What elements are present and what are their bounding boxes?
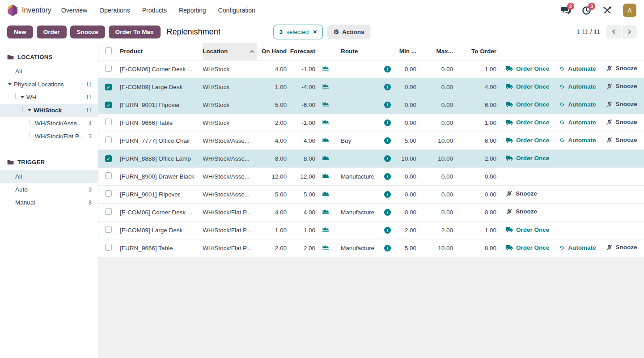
snooze-button[interactable]: Snooze <box>606 101 637 107</box>
nav-item-operations[interactable]: Operations <box>99 7 130 14</box>
product-name[interactable]: [FURN_9001] Flipover <box>120 102 180 108</box>
product-name[interactable]: [FURN_9666] Table <box>120 119 173 126</box>
order-once-button[interactable]: Order Once <box>506 119 549 126</box>
automate-button[interactable]: Automate <box>559 137 596 144</box>
snooze-button[interactable]: Snooze <box>606 244 637 251</box>
new-button[interactable]: New <box>7 26 33 38</box>
row-checkbox[interactable] <box>105 65 112 72</box>
order-once-button[interactable]: Order Once <box>506 155 549 162</box>
app-brand[interactable]: Inventory <box>7 4 51 16</box>
info-icon[interactable]: i <box>384 155 391 162</box>
forecast-chart-icon[interactable] <box>322 119 329 125</box>
order-button[interactable]: Order <box>37 26 67 38</box>
forecast-chart-icon[interactable] <box>322 155 329 161</box>
sidebar-item-all[interactable]: All <box>0 65 98 78</box>
product-name[interactable]: [FURN_8888] Office Lamp <box>120 155 191 162</box>
row-checkbox[interactable]: ✓ <box>105 155 112 162</box>
sidebar-item-wh-stock-flat-p-[interactable]: WH/Stock/Flat P...3 <box>0 130 98 143</box>
row-checkbox[interactable] <box>105 244 112 251</box>
sidebar-item-wh-stock[interactable]: WH/Stock11 <box>0 104 98 117</box>
order-once-button[interactable]: Order Once <box>506 226 549 233</box>
info-icon[interactable]: i <box>384 137 391 144</box>
forecast-chart-icon[interactable] <box>322 209 329 214</box>
nav-item-overview[interactable]: Overview <box>61 7 87 14</box>
nav-item-products[interactable]: Products <box>142 7 167 14</box>
sidebar-item-all[interactable]: All <box>0 170 98 183</box>
sidebar-item-manual[interactable]: Manual8 <box>0 196 98 209</box>
order-once-button[interactable]: Order Once <box>506 65 549 72</box>
snooze-button[interactable]: Snooze <box>606 65 637 72</box>
automate-button[interactable]: Automate <box>559 119 596 126</box>
automate-button[interactable]: Automate <box>559 101 596 108</box>
activities-clock-icon[interactable]: 3 <box>581 5 592 15</box>
col-header-forecast[interactable]: Forecast <box>288 43 317 60</box>
forecast-chart-icon[interactable] <box>322 137 329 143</box>
product-name[interactable]: [FURN_7777] Office Chair <box>120 137 190 144</box>
snooze-button[interactable]: Snooze <box>606 119 637 125</box>
row-checkbox[interactable] <box>105 226 112 233</box>
product-name[interactable]: [FURN_9001] Flipover <box>120 191 180 198</box>
col-header-to-order[interactable]: To Order <box>454 43 498 60</box>
nav-item-configuration[interactable]: Configuration <box>218 7 255 14</box>
sidebar-item-wh-stock-asse-[interactable]: WH/Stock/Asse...4 <box>0 117 98 130</box>
info-icon[interactable]: i <box>384 209 391 216</box>
pager-next-button[interactable] <box>622 25 637 38</box>
info-icon[interactable]: i <box>384 245 391 251</box>
clear-selection-icon[interactable]: × <box>313 28 317 35</box>
product-name[interactable]: [E-COM06] Corner Desk ... <box>120 66 192 72</box>
user-avatar[interactable]: A <box>623 4 636 17</box>
snooze-button[interactable]: Snooze <box>606 83 637 90</box>
info-icon[interactable]: i <box>384 102 391 108</box>
sidebar-item-physical-locations[interactable]: Physical Locations11 <box>0 78 98 91</box>
row-checkbox[interactable] <box>105 190 112 197</box>
info-icon[interactable]: i <box>384 173 391 180</box>
col-header-location[interactable]: Location <box>203 43 257 60</box>
order-once-button[interactable]: Order Once <box>506 83 549 90</box>
product-name[interactable]: [E-COM06] Corner Desk ... <box>120 209 192 216</box>
row-checkbox[interactable] <box>105 136 112 143</box>
sidebar-item-wh[interactable]: WH11 <box>0 91 98 104</box>
info-icon[interactable]: i <box>384 84 391 90</box>
col-header-min[interactable]: Min ... <box>396 43 418 60</box>
order-once-button[interactable]: Order Once <box>506 137 549 144</box>
info-icon[interactable]: i <box>384 119 391 126</box>
row-checkbox[interactable] <box>105 172 112 179</box>
snooze-button[interactable]: Snooze <box>606 136 637 143</box>
order-to-max-button[interactable]: Order To Max <box>109 26 161 38</box>
snooze-button[interactable]: Snooze <box>70 26 105 38</box>
info-icon[interactable]: i <box>384 191 391 198</box>
forecast-chart-icon[interactable] <box>322 101 329 107</box>
caret-down-icon[interactable] <box>21 96 24 98</box>
row-checkbox[interactable]: ✓ <box>105 84 112 90</box>
forecast-chart-icon[interactable] <box>322 65 329 71</box>
automate-button[interactable]: Automate <box>559 244 596 251</box>
forecast-chart-icon[interactable] <box>322 191 329 196</box>
product-name[interactable]: [FURN_8900] Drawer Black <box>120 173 195 180</box>
product-name[interactable]: [E-COM09] Large Desk <box>120 84 182 90</box>
forecast-chart-icon[interactable] <box>322 244 329 250</box>
caret-down-icon[interactable] <box>8 83 12 85</box>
automate-button[interactable]: Automate <box>559 65 596 72</box>
pager-previous-button[interactable] <box>606 25 621 38</box>
forecast-chart-icon[interactable] <box>322 173 329 179</box>
tools-icon[interactable] <box>602 5 613 15</box>
snooze-button[interactable]: Snooze <box>506 190 537 197</box>
col-header-route[interactable]: Route <box>335 43 378 60</box>
info-icon[interactable]: i <box>384 227 391 234</box>
info-icon[interactable]: i <box>384 66 391 72</box>
row-checkbox[interactable] <box>105 208 112 215</box>
product-name[interactable]: [FURN_9666] Table <box>120 245 173 251</box>
automate-button[interactable]: Automate <box>559 83 596 90</box>
order-once-button[interactable]: Order Once <box>506 101 549 108</box>
sidebar-item-auto[interactable]: Auto3 <box>0 183 98 196</box>
order-once-button[interactable]: Order Once <box>506 244 549 251</box>
row-checkbox[interactable] <box>105 119 112 125</box>
snooze-button[interactable]: Snooze <box>506 208 537 215</box>
product-name[interactable]: [E-COM09] Large Desk <box>120 227 182 234</box>
col-header-on-hand[interactable]: On Hand <box>257 43 288 60</box>
forecast-chart-icon[interactable] <box>322 226 329 232</box>
col-header-product[interactable]: Product <box>120 43 203 60</box>
select-all-checkbox[interactable] <box>105 47 112 54</box>
nav-item-reporting[interactable]: Reporting <box>179 7 206 14</box>
row-checkbox[interactable]: ✓ <box>105 102 112 108</box>
